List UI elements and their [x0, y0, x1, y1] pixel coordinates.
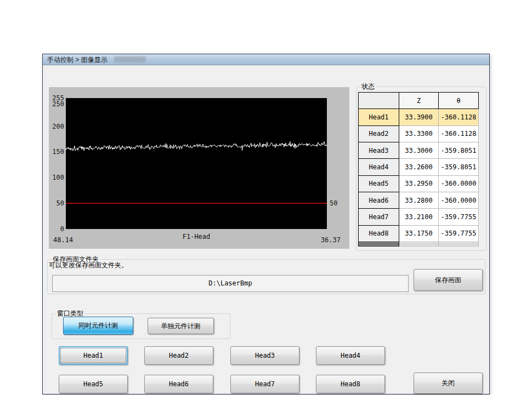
- z-value-cell: 33.2600: [399, 159, 439, 175]
- head-button-head8[interactable]: Head8: [316, 375, 385, 393]
- theta-value-cell: -359.8051: [439, 159, 479, 175]
- column-header: [359, 93, 399, 109]
- head-button-head2[interactable]: Head2: [144, 346, 213, 365]
- save-folder-description: 可以更改保存画面文件夹。: [49, 261, 128, 270]
- head-button-head7[interactable]: Head7: [230, 375, 299, 393]
- chart-plot-area: [66, 98, 327, 229]
- y-tick-0: 0: [49, 225, 64, 233]
- column-header: θ: [439, 93, 479, 109]
- table-row[interactable]: Head733.2100-359.7755: [359, 209, 479, 225]
- signal-trace: [66, 141, 327, 151]
- table-row[interactable]: Head633.2800-360.0000: [359, 192, 479, 208]
- theta-value-cell: -359.7755: [439, 225, 479, 242]
- table-row[interactable]: Head533.2950-360.0000: [359, 175, 479, 192]
- z-value-cell: 33.3000: [399, 142, 439, 158]
- y-tick-200: 200: [49, 123, 64, 130]
- head-button-head3[interactable]: Head3: [230, 346, 299, 365]
- column-header: Z: [399, 93, 439, 109]
- theta-value-cell: -360.0000: [439, 175, 479, 192]
- y-tick-150: 150: [49, 148, 64, 156]
- theta-value-cell: -360.0000: [439, 192, 479, 208]
- table-header-row: Zθ: [359, 93, 479, 109]
- head-name-cell: Head6: [359, 192, 399, 208]
- dialog-window: 手动控制 > 图像显示 255250200150100500 50 48.14 …: [42, 54, 490, 394]
- head-name-cell: Head5: [359, 175, 399, 192]
- status-group-label: 状态: [360, 82, 376, 91]
- head-name-cell: Head8: [359, 225, 399, 242]
- table-row[interactable]: Head133.3900-360.1128: [359, 109, 479, 125]
- x-axis-right-value: 36.37: [321, 236, 341, 244]
- head-button-head4[interactable]: Head4: [316, 346, 385, 365]
- head-name-cell: Head2: [359, 125, 399, 142]
- y-tick-right-50: 50: [330, 199, 346, 207]
- y-tick-250: 250: [49, 100, 64, 108]
- head-name-cell: Head7: [359, 209, 399, 225]
- window-title: 手动控制 > 图像显示: [47, 54, 107, 65]
- theta-value-cell: -359.8051: [439, 142, 479, 158]
- table-row[interactable]: Head833.1750-359.7755: [359, 225, 479, 242]
- table-row[interactable]: [359, 245, 479, 246]
- head-button-head1[interactable]: Head1: [59, 346, 128, 365]
- save-path-field[interactable]: D:\LaserBmp: [52, 275, 409, 292]
- signal-chart: [66, 98, 327, 229]
- head-name-cell: Head1: [359, 109, 399, 125]
- status-table: ZθHead133.3900-360.1128Head233.3300-360.…: [358, 92, 479, 247]
- save-screen-button[interactable]: 保存画面: [414, 269, 483, 291]
- table-row[interactable]: Head333.3000-359.8051: [359, 142, 479, 158]
- chart-panel: 255250200150100500 50 48.14 F1-Head 36.3…: [49, 87, 349, 249]
- z-value-cell: 33.2950: [399, 175, 439, 192]
- close-button[interactable]: 关闭: [414, 373, 483, 394]
- redacted-title-text: [114, 56, 146, 62]
- z-value-cell: 33.3300: [399, 125, 439, 142]
- y-tick-50: 50: [49, 199, 64, 207]
- head-name-cell: Head4: [359, 159, 399, 175]
- z-value-cell: 33.3900: [399, 109, 439, 125]
- table-row[interactable]: Head433.2600-359.8051: [359, 159, 479, 175]
- z-value-cell: 33.2800: [399, 192, 439, 208]
- y-tick-100: 100: [49, 174, 64, 181]
- window-body: 255250200150100500 50 48.14 F1-Head 36.3…: [43, 66, 489, 394]
- simultaneous-measure-button[interactable]: 同时元件计测: [63, 317, 133, 335]
- x-axis-title: F1-Head: [66, 233, 327, 241]
- theta-value-cell: -359.7755: [439, 209, 479, 225]
- z-value-cell: [399, 245, 439, 246]
- theta-value-cell: -360.1128: [439, 125, 479, 142]
- single-measure-button[interactable]: 单独元件计测: [148, 318, 214, 334]
- head-name-cell: Head3: [359, 142, 399, 158]
- head-button-head6[interactable]: Head6: [144, 375, 213, 393]
- z-value-cell: 33.1750: [399, 225, 439, 242]
- theta-value-cell: [439, 245, 479, 246]
- head-name-cell: [359, 245, 399, 246]
- z-value-cell: 33.2100: [399, 209, 439, 225]
- table-row[interactable]: Head233.3300-360.1128: [359, 125, 479, 142]
- theta-value-cell: -360.1128: [439, 109, 479, 125]
- head-button-head5[interactable]: Head5: [59, 375, 128, 393]
- window-titlebar[interactable]: 手动控制 > 图像显示: [43, 54, 489, 65]
